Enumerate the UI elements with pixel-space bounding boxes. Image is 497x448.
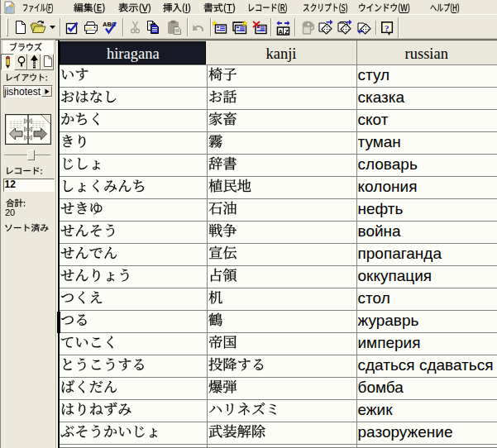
svg-text:?: ? [385,23,389,33]
svg-text:Z: Z [284,28,289,36]
svg-text:A: A [279,28,283,36]
